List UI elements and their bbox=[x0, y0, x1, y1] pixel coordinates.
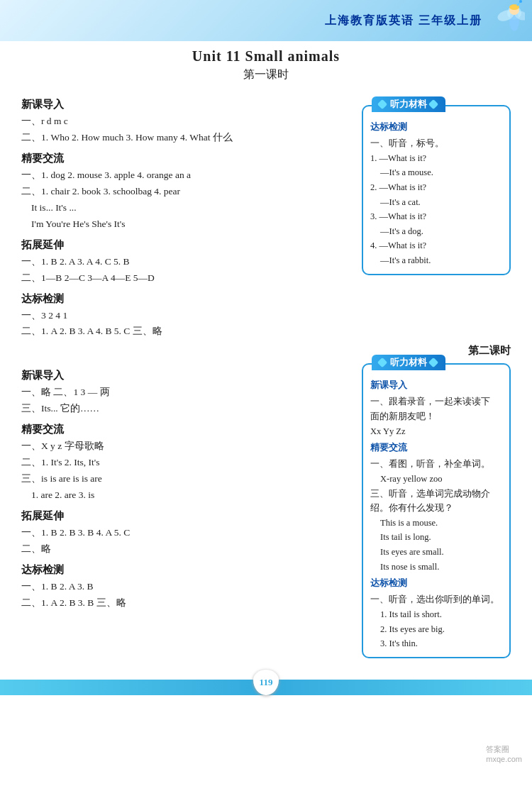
tl2-jy-4: This is a mouse. bbox=[380, 516, 502, 531]
tinglibox1-line3: 2. —What is it? bbox=[370, 180, 502, 195]
tl2-db-0: 一、听音，选出你听到的单词。 bbox=[370, 592, 502, 607]
tl2-new-1: 面的新朋友吧！ bbox=[370, 409, 502, 424]
line-jy-2-4: 1. are 2. are 3. is bbox=[31, 487, 355, 504]
tinglibox1-line7: 4. —What is it? bbox=[370, 238, 502, 253]
header: 上海教育版英语 三年级上册 bbox=[0, 0, 532, 41]
section-tuzhan-2: 拓展延伸 bbox=[21, 509, 355, 523]
lesson2-left: 新课导入 一、略 二、1 3 — 两 三、Its... 它的…… 精要交流 一、… bbox=[21, 363, 355, 665]
tinglibox1-line6: —It's a dog. bbox=[380, 224, 502, 239]
header-title: 上海教育版英语 三年级上册 bbox=[325, 13, 482, 28]
line-jy-2-2: 二、1. It's 2. Its, It's bbox=[21, 455, 355, 471]
line-jy-1-2: 二、1. chair 2. book 3. schoolbag 4. pear bbox=[21, 184, 355, 200]
section-dabiao-2: 达标检测 bbox=[21, 563, 355, 577]
diamond-icon2 bbox=[428, 99, 438, 109]
tl2-new-0: 一、跟着录音，一起来读读下 bbox=[370, 394, 502, 409]
line-jy-1-1: 一、1. dog 2. mouse 3. apple 4. orange an … bbox=[21, 167, 355, 184]
tl2-jy-1: X-ray yellow zoo bbox=[380, 472, 502, 487]
line-tz-2-1: 一、1. B 2. B 3. B 4. A 5. C bbox=[21, 525, 355, 541]
tinglibox1-line5: 3. —What is it? bbox=[370, 209, 502, 224]
tinglibox1-line8: —It's a rabbit. bbox=[380, 253, 502, 268]
line-tz-1-1: 一、1. B 2. A 3. A 4. C 5. B bbox=[21, 254, 355, 270]
page-number: 119 bbox=[253, 670, 279, 695]
line-tz-1-2: 二、1—B 2—C 3—A 4—E 5—D bbox=[21, 270, 355, 287]
lesson1-left: 新课导入 一、r d m c 二、1. Who 2. How much 3. H… bbox=[21, 92, 355, 340]
tl2-jy-6: Its eyes are small. bbox=[380, 545, 502, 560]
diamond-icon3 bbox=[377, 358, 387, 367]
tinglibox2: 听力材料 新课导入 一、跟着录音，一起来读读下 面的新朋友吧！ Xx Yy Zz… bbox=[362, 363, 511, 658]
tl2-jy-2: 三、听音，选单词完成动物介 bbox=[370, 487, 502, 502]
tinglibox1-label: 听力材料 bbox=[372, 96, 445, 112]
tl2-db-2: 2. Its eyes are big. bbox=[380, 622, 502, 637]
line-db-1-1: 一、3 2 4 1 bbox=[21, 308, 355, 324]
line-xkdr-1-2: 二、1. Who 2. How much 3. How many 4. What… bbox=[21, 130, 355, 146]
tinglibox2-label: 听力材料 bbox=[372, 355, 445, 370]
diamond-icon4 bbox=[428, 358, 438, 367]
line-jy-2-1: 一、X y z 字母歌略 bbox=[21, 438, 355, 455]
line-xkdr-2-2: 三、Its... 它的…… bbox=[21, 401, 355, 417]
section-xinkdaoru-1: 新课导入 bbox=[21, 98, 355, 111]
tl2-db-3: 3. It's thin. bbox=[380, 636, 502, 651]
tinglibox2-header2: 精要交流 bbox=[370, 441, 502, 454]
line-jy-1-3: It is... It's ... bbox=[31, 200, 355, 216]
svg-point-7 bbox=[519, 0, 522, 3]
tl2-new-2: Xx Yy Zz bbox=[370, 424, 502, 439]
tl2-jy-5: Its tail is long. bbox=[380, 530, 502, 545]
watermark: 答案圈mxqe.com bbox=[486, 744, 522, 763]
section-tuzhan-1: 拓展延伸 bbox=[21, 238, 355, 252]
tinglibox1-container: 听力材料 达标检测 一、听音，标号。 1. —What is it? —It's… bbox=[362, 92, 511, 340]
tinglibox1-line0: 一、听音，标号。 bbox=[370, 136, 502, 151]
tinglibox1-line2: —It's a mouse. bbox=[380, 165, 502, 180]
section-jingyao-1: 精要交流 bbox=[21, 152, 355, 165]
tinglibox1-line1: 1. —What is it? bbox=[370, 151, 502, 166]
tl2-jy-7: Its nose is small. bbox=[380, 560, 502, 575]
tl2-db-1: 1. Its tail is short. bbox=[380, 607, 502, 622]
lesson1-section: 新课导入 一、r d m c 二、1. Who 2. How much 3. H… bbox=[21, 92, 511, 340]
tinglibox1-line4: —It's a cat. bbox=[380, 195, 502, 210]
line-jy-2-3: 三、is is are is is are bbox=[21, 471, 355, 487]
diamond-icon1 bbox=[377, 99, 387, 109]
tinglibox2-header3: 达标检测 bbox=[370, 577, 502, 590]
section-xinkdaoru-2: 新课导入 bbox=[21, 369, 355, 382]
tinglibox1-inner-header: 达标检测 bbox=[370, 121, 502, 133]
tl2-jy-3: 绍。你有什么发现？ bbox=[370, 501, 502, 516]
unit-title: Unit 11 Small animals bbox=[21, 48, 511, 65]
lesson1-title: 第一课时 bbox=[21, 67, 511, 82]
section-dabiao-1: 达标检测 bbox=[21, 292, 355, 306]
fairy-icon bbox=[486, 0, 525, 41]
line-db-1-2: 二、1. A 2. B 3. A 4. B 5. C 三、略 bbox=[21, 323, 355, 340]
line-xkdr-2-1: 一、略 二、1 3 — 两 bbox=[21, 384, 355, 401]
tinglibox1: 听力材料 达标检测 一、听音，标号。 1. —What is it? —It's… bbox=[362, 105, 511, 275]
line-db-2-2: 二、1. A 2. B 3. B 三、略 bbox=[21, 595, 355, 611]
section-jingyao-2: 精要交流 bbox=[21, 423, 355, 436]
svg-line-6 bbox=[517, 2, 520, 6]
tinglibox2-header1: 新课导入 bbox=[370, 379, 502, 392]
line-tz-2-2: 二、略 bbox=[21, 541, 355, 558]
tl2-jy-0: 一、看图，听音，补全单词。 bbox=[370, 457, 502, 472]
bottom-bar: 119 bbox=[0, 680, 532, 695]
main-content: Unit 11 Small animals 第一课时 新课导入 一、r d m … bbox=[0, 41, 532, 672]
lesson2-section: 新课导入 一、略 二、1 3 — 两 三、Its... 它的…… 精要交流 一、… bbox=[21, 363, 511, 665]
line-db-2-1: 一、1. B 2. A 3. B bbox=[21, 579, 355, 595]
tinglibox2-container: 听力材料 新课导入 一、跟着录音，一起来读读下 面的新朋友吧！ Xx Yy Zz… bbox=[362, 363, 511, 665]
line-jy-1-4: I'm You're He's She's It's bbox=[31, 216, 355, 233]
line-xkdr-1-1: 一、r d m c bbox=[21, 114, 355, 130]
